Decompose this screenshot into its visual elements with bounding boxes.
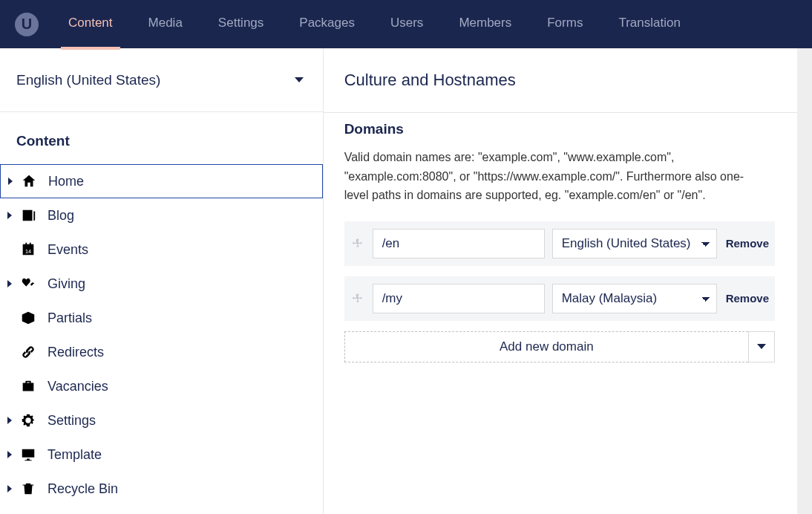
remove-domain-button[interactable]: Remove xyxy=(726,292,769,305)
tree-item-label: Settings xyxy=(48,413,96,429)
top-navigation: ContentMediaSettingsPackagesUsersMembers… xyxy=(68,16,681,33)
add-domain-dropdown[interactable] xyxy=(748,331,775,362)
gear-icon xyxy=(19,411,37,429)
language-selector-label: English (United States) xyxy=(16,72,160,88)
tree-item-label: Home xyxy=(48,174,84,189)
tree-item-settings[interactable]: Settings xyxy=(0,403,323,437)
tree-item-label: Redirects xyxy=(48,345,104,360)
tree-item-blog[interactable]: Blog xyxy=(0,198,323,232)
remove-domain-button[interactable]: Remove xyxy=(726,237,769,250)
drag-handle-icon[interactable] xyxy=(350,238,365,250)
chevron-down-icon xyxy=(757,344,766,349)
link-icon xyxy=(19,343,37,361)
sidebar: English (United States) Content HomeBlog… xyxy=(0,48,324,514)
topnav-item-media[interactable]: Media xyxy=(148,16,183,33)
domain-list: English (United States)Malay (Malaysia)R… xyxy=(344,221,775,321)
monitor-icon xyxy=(19,446,37,463)
tree-item-label: Giving xyxy=(48,276,85,292)
help-text: Valid domain names are: "example.com", "… xyxy=(344,148,760,205)
tree-item-label: Blog xyxy=(48,208,74,224)
expand-caret-icon[interactable] xyxy=(3,280,16,287)
newspaper-icon xyxy=(19,206,37,224)
tree-item-template[interactable]: Template xyxy=(0,437,323,472)
domain-path-input[interactable] xyxy=(373,229,545,258)
add-domain-button[interactable]: Add new domain xyxy=(344,331,748,362)
domain-language-select[interactable]: English (United States)Malay (Malaysia) xyxy=(552,229,717,258)
expand-caret-icon[interactable] xyxy=(4,178,17,185)
page-title: Culture and Hostnames xyxy=(344,71,775,90)
chevron-down-icon xyxy=(295,77,304,82)
hands-icon xyxy=(19,275,37,293)
domain-row: English (United States)Malay (Malaysia)R… xyxy=(344,221,775,266)
tree-item-label: Events xyxy=(48,242,88,258)
domain-language-select[interactable]: English (United States)Malay (Malaysia) xyxy=(552,284,717,313)
topnav-item-settings[interactable]: Settings xyxy=(218,16,263,33)
section-title: Domains xyxy=(344,121,775,137)
topnav-item-users[interactable]: Users xyxy=(390,16,423,33)
tree-item-events[interactable]: Events xyxy=(0,232,323,267)
topnav-item-packages[interactable]: Packages xyxy=(299,16,355,33)
topnav-item-forms[interactable]: Forms xyxy=(547,16,583,33)
box-icon xyxy=(19,309,37,327)
expand-caret-icon[interactable] xyxy=(3,451,16,458)
content-tree: HomeBlogEventsGivingPartialsRedirectsVac… xyxy=(0,164,323,506)
home-icon xyxy=(20,172,38,190)
expand-caret-icon[interactable] xyxy=(3,417,16,424)
topnav-item-members[interactable]: Members xyxy=(459,16,511,33)
language-selector[interactable]: English (United States) xyxy=(0,48,323,112)
tree-item-partials[interactable]: Partials xyxy=(0,301,323,335)
tree-item-recycle-bin[interactable]: Recycle Bin xyxy=(0,472,323,506)
domain-path-input[interactable] xyxy=(373,284,545,313)
tree-item-vacancies[interactable]: Vacancies xyxy=(0,369,323,403)
tree-item-redirects[interactable]: Redirects xyxy=(0,335,323,369)
expand-caret-icon[interactable] xyxy=(3,485,16,492)
topnav-item-content[interactable]: Content xyxy=(68,16,113,33)
tree-item-label: Partials xyxy=(48,310,92,326)
trash-icon xyxy=(19,480,37,498)
topnav-item-translation[interactable]: Translation xyxy=(618,16,680,33)
expand-caret-icon[interactable] xyxy=(3,212,16,219)
calendar-icon xyxy=(19,241,37,258)
drag-handle-icon[interactable] xyxy=(350,293,365,305)
tree-item-label: Recycle Bin xyxy=(48,481,118,497)
divider xyxy=(324,112,797,113)
domain-row: English (United States)Malay (Malaysia)R… xyxy=(344,276,775,321)
tree-heading: Content xyxy=(0,112,323,164)
tree-item-home[interactable]: Home xyxy=(0,164,323,198)
tree-item-giving[interactable]: Giving xyxy=(0,267,323,301)
tree-item-label: Vacancies xyxy=(48,379,108,394)
tree-item-label: Template xyxy=(48,447,102,463)
briefcase-icon xyxy=(19,377,37,395)
main-panel: Culture and Hostnames Domains Valid doma… xyxy=(324,48,812,514)
app-logo[interactable]: U xyxy=(15,13,39,36)
topbar: U ContentMediaSettingsPackagesUsersMembe… xyxy=(0,0,812,48)
